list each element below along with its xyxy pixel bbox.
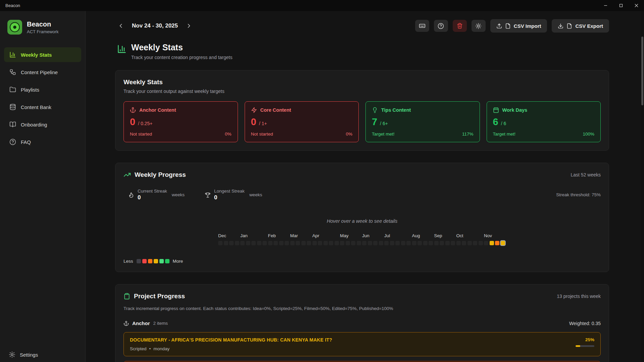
heatmap-month-label: Mar	[290, 233, 298, 238]
heatmap-week-cell[interactable]	[279, 241, 284, 245]
project-progress-fill	[576, 345, 580, 347]
heatmap-month-label: Jul	[384, 233, 390, 238]
stat-status: Not started	[251, 132, 273, 137]
heatmap-week-cell[interactable]	[257, 241, 261, 245]
heatmap-week-cell[interactable]	[412, 241, 416, 245]
next-week-button[interactable]	[183, 20, 195, 32]
heatmap-week-cell[interactable]	[351, 241, 355, 245]
sidebar-item-settings[interactable]: Settings	[0, 347, 85, 362]
heatmap-week-cell[interactable]	[501, 241, 505, 245]
heatmap-week-cell[interactable]	[473, 241, 477, 245]
heatmap-week-cell[interactable]	[434, 241, 439, 245]
meta-separator: •	[149, 346, 151, 351]
streak-threshold-label: Streak threshold: 75%	[556, 192, 601, 197]
heatmap-week-cell[interactable]	[368, 241, 372, 245]
heatmap-week-cell[interactable]	[318, 241, 322, 245]
heatmap-week-cell[interactable]	[362, 241, 366, 245]
heatmap-week-cell[interactable]	[246, 241, 250, 245]
heatmap-week-cell[interactable]	[390, 241, 394, 245]
file-icon	[505, 23, 511, 29]
help-button[interactable]	[434, 20, 448, 32]
heatmap-week-cell[interactable]	[224, 241, 228, 245]
heatmap-month-label: Feb	[268, 233, 276, 238]
project-progress-card: Project Progress 13 projects this week T…	[115, 284, 609, 362]
heatmap-week-cell[interactable]	[429, 241, 433, 245]
heatmap-week-cell[interactable]	[490, 241, 494, 245]
close-button[interactable]	[629, 0, 644, 11]
project-progress-description: Track incremental progress on content. E…	[123, 306, 601, 311]
sidebar-item-onboarding[interactable]: Onboarding	[4, 117, 81, 132]
heatmap-week-cell[interactable]	[251, 241, 256, 245]
range-label: Last 52 weeks	[571, 172, 601, 177]
heatmap-week-cell[interactable]	[307, 241, 311, 245]
heatmap-week-cell[interactable]	[423, 241, 428, 245]
legend-more-label: More	[173, 259, 183, 264]
heatmap-week-cell[interactable]	[395, 241, 400, 245]
delete-week-button[interactable]	[453, 20, 467, 32]
heatmap-week-cell[interactable]	[451, 241, 455, 245]
heatmap-week-cell[interactable]	[373, 241, 378, 245]
heatmap-week-cell[interactable]	[346, 241, 350, 245]
stat-target: / 0.25+	[138, 121, 152, 126]
heatmap-week-cell[interactable]	[335, 241, 339, 245]
heatmap-week-cell[interactable]	[285, 241, 289, 245]
minimize-button[interactable]	[598, 0, 613, 11]
heatmap-week-cell[interactable]	[290, 241, 295, 245]
heatmap-week-cell[interactable]	[479, 241, 483, 245]
heatmap-week-cell[interactable]	[484, 241, 488, 245]
topbar-actions: CSV Import CSV Export	[415, 19, 609, 33]
heatmap-week-cell[interactable]	[301, 241, 306, 245]
heatmap-week-cell[interactable]	[229, 241, 234, 245]
legend-swatch	[159, 259, 164, 263]
stat-percent: 117%	[462, 132, 474, 137]
heatmap-week-cell[interactable]	[495, 241, 499, 245]
heatmap-week-cell[interactable]	[240, 241, 245, 245]
sidebar-item-playlists[interactable]: Playlists	[4, 82, 81, 97]
heatmap-week-cell[interactable]	[406, 241, 411, 245]
heatmap-week-cell[interactable]	[324, 241, 328, 245]
scrollbar-track[interactable]	[641, 11, 644, 362]
help-circle-icon	[9, 139, 16, 145]
sidebar-item-content-pipeline[interactable]: Content Pipeline	[4, 65, 81, 80]
heatmap-week-cell[interactable]	[401, 241, 405, 245]
heatmap-week-cell[interactable]	[340, 241, 344, 245]
titlebar: Beacon	[0, 0, 644, 11]
sidebar-item-weekly-stats[interactable]: Weekly Stats	[4, 47, 81, 62]
heatmap-week-cell[interactable]	[274, 241, 278, 245]
heatmap-week-cell[interactable]	[445, 241, 450, 245]
project-item[interactable]: DOCUMENTARY - AFRICA'S PRECISION MANUFAC…	[123, 332, 601, 356]
heatmap-week-cell[interactable]	[329, 241, 333, 245]
heatmap-legend: Less More	[123, 259, 601, 264]
keyboard-shortcuts-button[interactable]	[415, 20, 429, 32]
heatmap-week-cell[interactable]	[312, 241, 317, 245]
csv-import-button[interactable]: CSV Import	[490, 19, 547, 33]
heatmap-week-cell[interactable]	[235, 241, 239, 245]
theme-toggle-button[interactable]	[472, 20, 486, 32]
heatmap-week-cell[interactable]	[417, 241, 422, 245]
maximize-button[interactable]	[613, 0, 629, 11]
heatmap-week-cell[interactable]	[218, 241, 222, 245]
stat-status: Target met!	[493, 132, 516, 137]
sidebar-item-faq[interactable]: FAQ	[4, 135, 81, 149]
week-navigator: Nov 24 - 30, 2025	[115, 20, 195, 32]
heatmap-week-cell[interactable]	[440, 241, 444, 245]
heatmap-week-cell[interactable]	[384, 241, 389, 245]
stat-percent: 0%	[346, 132, 352, 137]
scrollbar-thumb[interactable]	[641, 37, 643, 105]
csv-export-button[interactable]: CSV Export	[552, 19, 609, 33]
project-progress-title: Project Progress	[134, 293, 185, 300]
stat-percent: 100%	[583, 132, 594, 137]
heatmap-month-label: Sep	[434, 233, 442, 238]
weekly-stats-card: Weekly Stats Track your content output a…	[115, 70, 609, 151]
heatmap-week-cell[interactable]	[467, 241, 472, 245]
heatmap-week-cell[interactable]	[462, 241, 466, 245]
heatmap-week-cell[interactable]	[296, 241, 300, 245]
heatmap-week-cell[interactable]	[268, 241, 273, 245]
heatmap-week-cell[interactable]	[379, 241, 383, 245]
heatmap-week-cell[interactable]	[456, 241, 461, 245]
heatmap-week-cell[interactable]	[262, 241, 267, 245]
heatmap-week-cell[interactable]	[357, 241, 361, 245]
sidebar-item-content-bank[interactable]: Content Bank	[4, 100, 81, 114]
previous-week-button[interactable]	[115, 20, 127, 32]
anchor-icon	[123, 321, 129, 326]
